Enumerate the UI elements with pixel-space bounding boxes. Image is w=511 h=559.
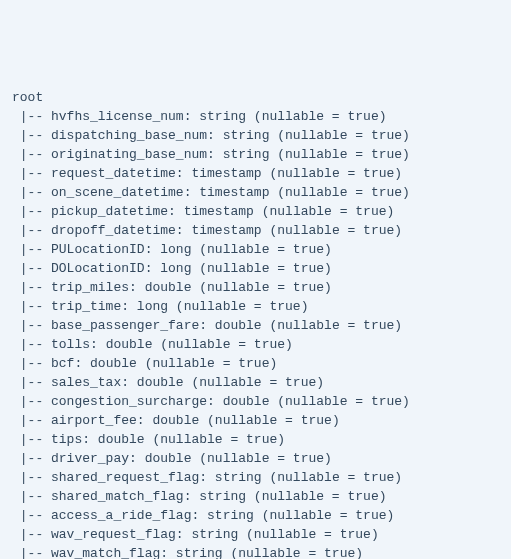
nullable-flag: (nullable = true) (145, 356, 278, 371)
field-name: dispatching_base_num (51, 128, 207, 143)
tree-branch-icon: |-- (12, 470, 51, 485)
field-type: : string (199, 470, 269, 485)
nullable-flag: (nullable = true) (246, 527, 379, 542)
nullable-flag: (nullable = true) (277, 394, 410, 409)
nullable-flag: (nullable = true) (176, 299, 309, 314)
schema-field-row: |-- on_scene_datetime: timestamp (nullab… (12, 183, 507, 202)
field-type: : long (145, 261, 200, 276)
field-name: tolls (51, 337, 90, 352)
field-type: : double (199, 318, 269, 333)
field-name: trip_miles (51, 280, 129, 295)
schema-field-row: |-- airport_fee: double (nullable = true… (12, 411, 507, 430)
schema-field-row: |-- bcf: double (nullable = true) (12, 354, 507, 373)
schema-field-row: |-- dropoff_datetime: timestamp (nullabl… (12, 221, 507, 240)
tree-branch-icon: |-- (12, 204, 51, 219)
schema-field-row: |-- shared_match_flag: string (nullable … (12, 487, 507, 506)
field-name: wav_request_flag (51, 527, 176, 542)
field-type: : string (207, 128, 277, 143)
nullable-flag: (nullable = true) (199, 242, 332, 257)
schema-field-row: |-- pickup_datetime: timestamp (nullable… (12, 202, 507, 221)
field-name: pickup_datetime (51, 204, 168, 219)
field-type: : string (176, 527, 246, 542)
nullable-flag: (nullable = true) (199, 280, 332, 295)
tree-branch-icon: |-- (12, 261, 51, 276)
nullable-flag: (nullable = true) (191, 375, 324, 390)
tree-branch-icon: |-- (12, 356, 51, 371)
field-name: on_scene_datetime (51, 185, 184, 200)
schema-field-row: |-- congestion_surcharge: double (nullab… (12, 392, 507, 411)
field-type: : string (184, 489, 254, 504)
tree-branch-icon: |-- (12, 242, 51, 257)
schema-field-row: |-- base_passenger_fare: double (nullabl… (12, 316, 507, 335)
field-name: tips (51, 432, 82, 447)
field-name: congestion_surcharge (51, 394, 207, 409)
field-name: originating_base_num (51, 147, 207, 162)
tree-branch-icon: |-- (12, 508, 51, 523)
field-name: shared_request_flag (51, 470, 199, 485)
tree-branch-icon: |-- (12, 375, 51, 390)
nullable-flag: (nullable = true) (269, 318, 402, 333)
nullable-flag: (nullable = true) (199, 451, 332, 466)
schema-field-row: |-- wav_request_flag: string (nullable =… (12, 525, 507, 544)
schema-field-row: |-- wav_match_flag: string (nullable = t… (12, 544, 507, 559)
tree-branch-icon: |-- (12, 413, 51, 428)
schema-field-row: |-- sales_tax: double (nullable = true) (12, 373, 507, 392)
field-type: : string (207, 147, 277, 162)
schema-field-row: |-- hvfhs_license_num: string (nullable … (12, 107, 507, 126)
schema-field-row: |-- tolls: double (nullable = true) (12, 335, 507, 354)
schema-field-row: |-- PULocationID: long (nullable = true) (12, 240, 507, 259)
schema-field-row: |-- dispatching_base_num: string (nullab… (12, 126, 507, 145)
nullable-flag: (nullable = true) (152, 432, 285, 447)
tree-branch-icon: |-- (12, 223, 51, 238)
schema-block: root |-- hvfhs_license_num: string (null… (12, 88, 507, 559)
field-type: : timestamp (176, 223, 270, 238)
schema-field-row: |-- access_a_ride_flag: string (nullable… (12, 506, 507, 525)
field-name: DOLocationID (51, 261, 145, 276)
nullable-flag: (nullable = true) (254, 109, 387, 124)
schema-field-row: |-- driver_pay: double (nullable = true) (12, 449, 507, 468)
tree-branch-icon: |-- (12, 185, 51, 200)
tree-branch-icon: |-- (12, 546, 51, 559)
field-type: : long (145, 242, 200, 257)
tree-branch-icon: |-- (12, 166, 51, 181)
field-name: airport_fee (51, 413, 137, 428)
nullable-flag: (nullable = true) (277, 185, 410, 200)
field-type: : string (191, 508, 261, 523)
schema-field-row: |-- originating_base_num: string (nullab… (12, 145, 507, 164)
field-type: : timestamp (168, 204, 262, 219)
nullable-flag: (nullable = true) (254, 489, 387, 504)
field-type: : double (121, 375, 191, 390)
nullable-flag: (nullable = true) (269, 223, 402, 238)
nullable-flag: (nullable = true) (230, 546, 363, 559)
field-type: : double (90, 337, 160, 352)
schema-field-row: |-- trip_time: long (nullable = true) (12, 297, 507, 316)
tree-branch-icon: |-- (12, 432, 51, 447)
field-type: : timestamp (176, 166, 270, 181)
schema-root-label: root (12, 88, 507, 107)
nullable-flag: (nullable = true) (262, 508, 395, 523)
field-name: dropoff_datetime (51, 223, 176, 238)
tree-branch-icon: |-- (12, 280, 51, 295)
tree-branch-icon: |-- (12, 147, 51, 162)
schema-field-row: |-- request_datetime: timestamp (nullabl… (12, 164, 507, 183)
nullable-flag: (nullable = true) (199, 261, 332, 276)
nullable-flag: (nullable = true) (277, 147, 410, 162)
tree-branch-icon: |-- (12, 451, 51, 466)
nullable-flag: (nullable = true) (160, 337, 293, 352)
tree-branch-icon: |-- (12, 527, 51, 542)
field-name: driver_pay (51, 451, 129, 466)
field-name: sales_tax (51, 375, 121, 390)
tree-branch-icon: |-- (12, 109, 51, 124)
tree-branch-icon: |-- (12, 299, 51, 314)
field-type: : string (160, 546, 230, 559)
schema-field-row: |-- shared_request_flag: string (nullabl… (12, 468, 507, 487)
field-type: : double (82, 432, 152, 447)
field-name: hvfhs_license_num (51, 109, 184, 124)
schema-printout: root |-- hvfhs_license_num: string (null… (12, 88, 507, 559)
tree-branch-icon: |-- (12, 337, 51, 352)
field-name: base_passenger_fare (51, 318, 199, 333)
field-name: bcf (51, 356, 74, 371)
nullable-flag: (nullable = true) (269, 166, 402, 181)
schema-field-row: |-- DOLocationID: long (nullable = true) (12, 259, 507, 278)
field-type: : double (74, 356, 144, 371)
